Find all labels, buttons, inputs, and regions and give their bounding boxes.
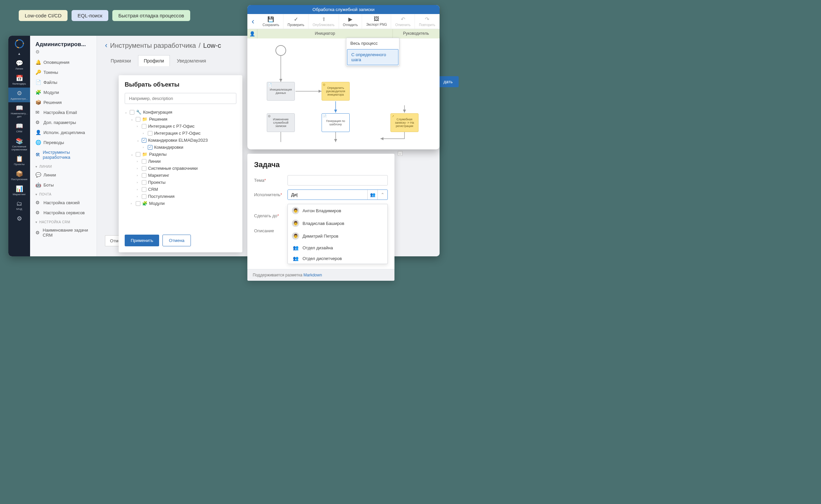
sidebar-gear-icon[interactable]: ⚙ <box>30 49 97 57</box>
tab-bindings[interactable]: Привязки <box>105 55 137 66</box>
tree-checkbox[interactable] <box>136 152 140 157</box>
menu-modules[interactable]: 🧩Модули <box>30 87 97 97</box>
menu-files[interactable]: 📄Файлы <box>30 77 97 87</box>
rail-directories[interactable]: 📚Системные справочники <box>8 135 30 153</box>
chip-cicd[interactable]: Low-code CI/CD <box>19 10 68 21</box>
tree-checkbox[interactable] <box>142 166 146 171</box>
tree-checkbox[interactable] <box>142 173 146 178</box>
publish-button[interactable]: ⬆Опубликовать <box>309 14 339 29</box>
tree-checkbox[interactable] <box>142 124 146 129</box>
people-picker-icon[interactable]: 👥 <box>367 190 377 200</box>
cancel-button[interactable]: Отмена <box>162 235 191 246</box>
tree-section[interactable]: Поступления <box>148 194 236 199</box>
chip-debug[interactable]: Быстрая отладка процессов <box>112 10 190 21</box>
menu-params[interactable]: ⚙Доп. параметры <box>30 117 97 127</box>
topic-input[interactable] <box>287 175 388 185</box>
back-icon[interactable]: ‹ <box>105 41 107 50</box>
menu-lines[interactable]: 💬Линии <box>30 170 97 180</box>
tree-toggle[interactable]: › <box>131 202 134 205</box>
tree-toggle[interactable]: ⌄ <box>137 139 140 142</box>
tree-modules[interactable]: Модули <box>149 201 236 206</box>
dropdown-from-step[interactable]: С определенного шага <box>347 49 398 65</box>
tree-sections[interactable]: Разделы <box>149 152 236 157</box>
save-button[interactable]: 💾Сохранить <box>259 14 284 29</box>
back-button[interactable]: ‹ <box>247 14 259 29</box>
tree-checkbox[interactable] <box>130 110 134 115</box>
modal-search-input[interactable] <box>125 93 236 104</box>
create-button[interactable]: дать <box>438 76 459 87</box>
node-change[interactable]: ⚙Изменение служебной записки <box>267 113 295 132</box>
menu-bots[interactable]: 🤖Боты <box>30 180 97 190</box>
menu-mail-links[interactable]: ⚙Настройка связей <box>30 198 97 208</box>
tree-toggle[interactable]: ⌄ <box>131 118 134 121</box>
menu-group-crm[interactable]: ▾НАСТРОЙКА CRM <box>30 218 97 225</box>
process-canvas[interactable]: 📄Инициализация данных ⚙Изменение служебн… <box>247 38 440 145</box>
rail-calendar[interactable]: 📅Календарь <box>8 73 30 88</box>
rail-admin[interactable]: ⚙Администри... <box>8 88 30 103</box>
tree-int2[interactable]: Интеграция с Р7-Офис <box>154 131 236 136</box>
chevron-up-icon[interactable]: ⌃ <box>377 190 387 200</box>
rail-crm[interactable]: 📖CRM <box>8 120 30 135</box>
tree-checkbox[interactable] <box>142 194 146 199</box>
rail-projects[interactable]: 📋Проекты <box>8 153 30 168</box>
menu-mail-services[interactable]: ⚙Настройка сервисов <box>30 208 97 218</box>
tab-notifications[interactable]: Уведомления <box>171 55 212 66</box>
menu-crm-taskname[interactable]: ⚙Наименование задачи CRM <box>30 225 97 240</box>
node-init[interactable]: 📄Инициализация данных <box>267 82 295 101</box>
menu-tokens[interactable]: 🔑Токены <box>30 67 97 77</box>
tree-checkbox[interactable] <box>142 187 146 192</box>
node-determine[interactable]: ⚙Определить руководителя инициатора <box>322 82 350 101</box>
tree-toggle[interactable]: › <box>143 146 146 149</box>
menu-notifications[interactable]: 🔔Оповещения <box>30 57 97 67</box>
rail-settings[interactable]: ⚙ <box>8 213 30 225</box>
tree-section[interactable]: Проекты <box>148 180 236 185</box>
rail-marketing[interactable]: 📊Маркетинг <box>8 183 30 198</box>
tree-section[interactable]: CRM <box>148 187 236 192</box>
suggest-group[interactable]: 👥Отдел диспетчеров <box>288 253 387 264</box>
rail-nomenclature[interactable]: 📖Номенклату... дел <box>8 102 30 120</box>
tree-checkbox[interactable]: ✓ <box>148 145 152 150</box>
tree-checkbox[interactable] <box>136 201 140 206</box>
undo-button[interactable]: ↶Отменить <box>391 14 415 29</box>
check-button[interactable]: ✓Проверить <box>283 14 309 29</box>
markdown-link[interactable]: Markdown <box>304 273 322 277</box>
menu-group-lines[interactable]: ▾ЛИНИИ <box>30 162 97 170</box>
redo-button[interactable]: ↷Повторить <box>415 14 440 29</box>
menu-discipline[interactable]: 👤Исполн. дисциплина <box>30 127 97 137</box>
menu-devtools[interactable]: 🛠Инструменты разработчика <box>30 147 97 162</box>
tree-section[interactable]: Системные справочники <box>148 166 236 171</box>
tree-toggle[interactable]: ⌄ <box>125 111 128 114</box>
tree-int1[interactable]: Интеграция с Р7-Офис <box>148 124 236 129</box>
node-generate[interactable]: 📄Генерация по шаблону <box>322 113 350 132</box>
rail-collapse[interactable]: ▲ <box>18 52 21 55</box>
tree-toggle[interactable]: ⌄ <box>131 153 134 156</box>
tree-section[interactable]: Линии <box>148 159 236 164</box>
suggest-user[interactable]: 👨Антон Владимиров <box>288 204 387 217</box>
tab-profiles[interactable]: Профили <box>138 55 170 66</box>
menu-email[interactable]: ✉Настройка Email <box>30 107 97 117</box>
dropdown-all-process[interactable]: Весь процесс <box>346 38 399 48</box>
collapse-chevron[interactable]: ⌄ <box>398 151 402 156</box>
executor-input[interactable] <box>288 190 367 200</box>
tree-checkbox[interactable] <box>136 117 140 122</box>
tree-checkbox[interactable] <box>148 131 152 136</box>
tree-toggle[interactable]: › <box>143 132 146 135</box>
tree-checkbox[interactable] <box>142 159 146 164</box>
breadcrumb-parent[interactable]: Инструменты разработчика <box>110 42 196 49</box>
rail-intake[interactable]: 📦Поступления <box>8 168 30 183</box>
tree-config[interactable]: Конфигурация <box>143 110 236 115</box>
rail-mchd[interactable]: 🗂МЧД <box>8 198 30 213</box>
suggest-user[interactable]: 👨Владислав Баширов <box>288 217 387 230</box>
tree-checkbox[interactable] <box>142 180 146 185</box>
menu-translations[interactable]: 🌐Переводы <box>30 137 97 147</box>
node-register[interactable]: ↗Служебная записку -> На регистрации <box>390 113 419 132</box>
menu-solutions[interactable]: 📦Решения <box>30 97 97 107</box>
tree-solutions[interactable]: Решения <box>149 117 236 122</box>
debug-button[interactable]: ▶Отладить <box>339 14 362 29</box>
tree-toggle[interactable]: › <box>137 125 140 128</box>
chip-eql[interactable]: EQL-поиск <box>72 10 108 21</box>
apply-button[interactable]: Применить <box>125 235 159 246</box>
suggest-group[interactable]: 👥Отдел дизайна <box>288 242 387 253</box>
export-button[interactable]: 🖼Экспорт PNG <box>362 14 391 29</box>
menu-group-mail[interactable]: ▾ПОЧТА <box>30 190 97 198</box>
